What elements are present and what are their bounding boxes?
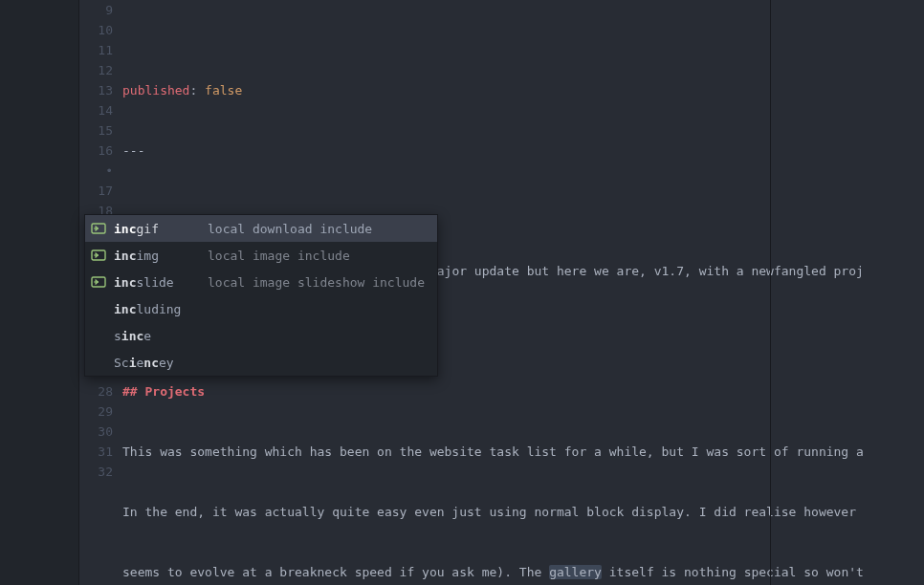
code-line: seems to evolve at a breakneck speed if … <box>122 562 924 582</box>
line-number: 13 <box>79 80 113 100</box>
autocomplete-item-label: since <box>112 326 208 346</box>
line-number: 14 <box>79 100 113 120</box>
svg-rect-0 <box>92 224 105 233</box>
code-line: --- <box>122 141 924 161</box>
autocomplete-item-desc: local download include <box>208 219 372 239</box>
line-number: 16 <box>79 141 113 161</box>
line-number: 31 <box>79 442 113 462</box>
line-number: 17 <box>79 181 113 201</box>
autocomplete-item-label: incslide <box>112 272 208 292</box>
snippet-icon <box>85 248 112 263</box>
svg-rect-1 <box>92 250 105 260</box>
autocomplete-item-label: incimg <box>112 246 208 266</box>
autocomplete-item-label: including <box>112 299 208 319</box>
line-number: 11 <box>79 40 113 60</box>
line-number: 28 <box>79 381 113 401</box>
autocomplete-item[interactable]: incslidelocal image slideshow include <box>85 269 437 295</box>
autocomplete-item[interactable]: including <box>85 295 437 322</box>
line-number: 9 <box>79 0 113 20</box>
code-line: published: false <box>122 80 924 100</box>
line-number: 15 <box>79 120 113 141</box>
line-number: 32 <box>79 462 113 482</box>
autocomplete-item[interactable]: incgiflocal download include <box>85 215 437 242</box>
autocomplete-item[interactable]: incimglocal image include <box>85 242 437 269</box>
svg-rect-2 <box>92 277 105 287</box>
autocomplete-item[interactable]: since <box>85 322 437 349</box>
autocomplete-item-desc: local image slideshow include <box>208 272 425 292</box>
code-line: This was something which has been on the… <box>122 442 924 462</box>
autocomplete-item-label: Sciencey <box>112 353 208 373</box>
code-line: In the end, it was actually quite easy e… <box>122 502 924 522</box>
line-number: 30 <box>79 422 113 442</box>
autocomplete-item[interactable]: Sciencey <box>85 349 437 376</box>
code-line: ## Projects <box>122 381 924 401</box>
line-number: 10 <box>79 20 113 40</box>
activity-bar <box>0 0 79 585</box>
autocomplete-item-label: incgif <box>112 219 208 239</box>
wrap-indicator: • <box>79 161 113 181</box>
snippet-icon <box>85 221 112 236</box>
line-number: 12 <box>79 60 113 80</box>
autocomplete-item-desc: local image include <box>208 246 350 266</box>
autocomplete-popup[interactable]: incgiflocal download includeincimglocal … <box>84 214 438 377</box>
line-number: 29 <box>79 401 113 422</box>
snippet-icon <box>85 274 112 290</box>
editor-group-divider <box>770 0 771 585</box>
